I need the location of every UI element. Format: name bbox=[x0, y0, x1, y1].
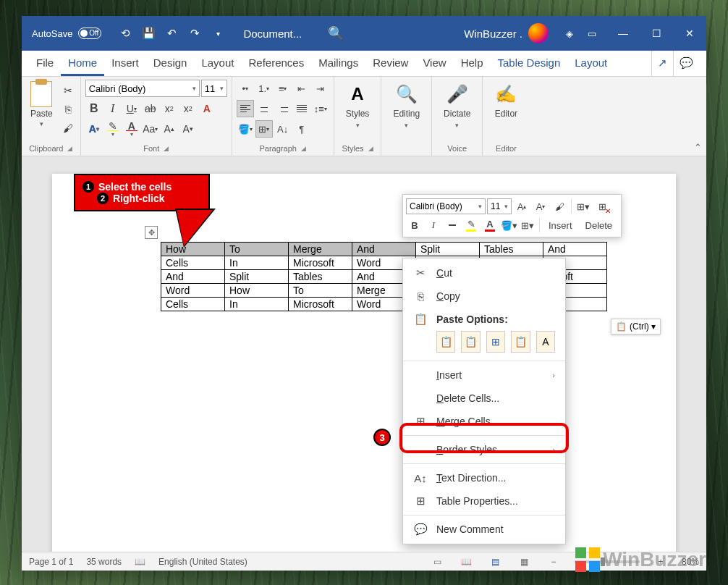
tab-file[interactable]: File bbox=[29, 51, 61, 76]
cut-icon[interactable]: ✂ bbox=[60, 83, 76, 98]
share-icon[interactable]: ↗ bbox=[651, 51, 673, 76]
font-color-button[interactable]: A▾ bbox=[123, 120, 140, 138]
comments-icon[interactable]: 💬 bbox=[673, 51, 699, 76]
mini-font-color-button[interactable]: A bbox=[481, 216, 499, 234]
tab-review[interactable]: Review bbox=[365, 51, 415, 76]
mini-size-select[interactable]: 11▾ bbox=[487, 198, 512, 214]
strikethrough-button[interactable]: ab bbox=[142, 100, 159, 117]
zoom-in-button[interactable]: + bbox=[653, 555, 669, 568]
print-layout-icon[interactable]: ▤ bbox=[488, 555, 504, 568]
paste-merge-icon[interactable]: 📋 bbox=[461, 331, 480, 353]
mini-delete-button[interactable]: Delete bbox=[580, 216, 619, 234]
mini-shrink-font-button[interactable]: A▾ bbox=[532, 198, 549, 215]
document-area[interactable]: 1Select the cells 2Right-click ✥ How To … bbox=[22, 156, 706, 552]
mini-font-select[interactable]: Calibri (Body)▾ bbox=[406, 198, 486, 214]
maximize-button[interactable]: ☐ bbox=[640, 16, 673, 51]
borders-button[interactable]: ⊞ ▾ bbox=[255, 120, 273, 138]
styles-launcher-icon[interactable]: ◢ bbox=[368, 145, 373, 152]
redo-icon[interactable]: ↷ bbox=[188, 27, 201, 40]
qat-more-icon[interactable]: ▾ bbox=[211, 27, 224, 40]
change-case-button[interactable]: Aa ▾ bbox=[142, 120, 159, 138]
bullets-button[interactable]: • ▾ bbox=[237, 80, 254, 97]
tab-view[interactable]: View bbox=[415, 51, 453, 76]
underline-button[interactable]: U ▾ bbox=[123, 100, 140, 117]
editing-button[interactable]: 🔍 Editing ▾ bbox=[386, 80, 427, 132]
spell-check-icon[interactable]: 📖 bbox=[135, 557, 145, 567]
user-account[interactable]: WinBuzzer . bbox=[457, 23, 556, 43]
mini-insert-button[interactable]: Insert bbox=[543, 216, 578, 234]
undo-icon[interactable]: ↶ bbox=[165, 27, 178, 40]
zoom-slider[interactable] bbox=[575, 560, 640, 563]
read-mode-icon[interactable]: 📖 bbox=[459, 555, 475, 568]
web-layout-icon[interactable]: ▦ bbox=[517, 555, 533, 568]
show-marks-button[interactable]: ¶ bbox=[293, 120, 310, 138]
styles-button[interactable]: A Styles ▾ bbox=[339, 80, 377, 132]
highlight-button[interactable]: ✎▾ bbox=[104, 120, 122, 138]
document-title[interactable]: Document... bbox=[232, 28, 313, 40]
menu-merge-cells[interactable]: ⊞Merge Cells bbox=[403, 410, 565, 433]
tab-layout[interactable]: Layout bbox=[194, 51, 241, 76]
menu-table-properties[interactable]: ⊞Table Properties... bbox=[403, 489, 565, 513]
decrease-indent-button[interactable]: ⇤ bbox=[293, 80, 310, 97]
save-icon[interactable]: 💾 bbox=[142, 27, 155, 40]
mini-highlight-button[interactable]: ✎ bbox=[462, 216, 480, 234]
menu-cut[interactable]: ✂Cut bbox=[403, 261, 565, 285]
paste-keep-source-icon[interactable]: 📋 bbox=[436, 331, 455, 353]
tab-table-layout[interactable]: Layout bbox=[567, 51, 614, 76]
mini-borders-button[interactable]: ⊞▾ bbox=[519, 216, 536, 234]
sync-icon[interactable]: ⟲ bbox=[119, 27, 132, 40]
page-indicator[interactable]: Page 1 of 1 bbox=[29, 557, 73, 567]
autosave-toggle[interactable]: AutoSave Off bbox=[22, 28, 111, 39]
shading-button[interactable]: 🪣 ▾ bbox=[237, 120, 254, 138]
font-name-select[interactable]: Calibri (Body)▾ bbox=[85, 80, 200, 97]
dictate-button[interactable]: 🎤 Dictate ▾ bbox=[436, 80, 478, 132]
editor-button[interactable]: ✍ Editor bbox=[487, 80, 525, 122]
mini-table-delete-icon[interactable]: ⊞✕ bbox=[593, 198, 611, 215]
align-center-button[interactable] bbox=[255, 100, 273, 117]
align-right-button[interactable] bbox=[274, 100, 292, 117]
paste-overwrite-icon[interactable]: 📋 bbox=[511, 331, 530, 353]
mini-italic-button[interactable]: I bbox=[425, 216, 442, 234]
table-move-handle-icon[interactable]: ✥ bbox=[145, 226, 158, 239]
minimize-button[interactable]: — bbox=[606, 16, 640, 51]
shrink-font-button[interactable]: A▾ bbox=[179, 120, 197, 138]
zoom-out-button[interactable]: − bbox=[546, 555, 562, 568]
bold-button[interactable]: B bbox=[85, 100, 103, 117]
menu-new-comment[interactable]: 💬New Comment bbox=[403, 518, 565, 541]
grow-font-button[interactable]: A▴ bbox=[161, 120, 178, 138]
tab-mailings[interactable]: Mailings bbox=[311, 51, 365, 76]
mini-table-insert-icon[interactable]: ⊞▾ bbox=[575, 198, 592, 215]
text-effects-button[interactable]: A bbox=[198, 100, 216, 117]
line-spacing-button[interactable]: ↕≡ ▾ bbox=[312, 100, 329, 117]
font-glow-button[interactable]: A ▾ bbox=[85, 120, 103, 138]
tab-help[interactable]: Help bbox=[454, 51, 491, 76]
numbering-button[interactable]: 1. ▾ bbox=[255, 80, 273, 97]
superscript-button[interactable]: x2 bbox=[179, 100, 197, 117]
mini-shading-button[interactable]: 🪣▾ bbox=[500, 216, 517, 234]
copy-icon[interactable]: ⎘ bbox=[60, 101, 76, 117]
menu-copy[interactable]: ⎘Copy bbox=[403, 285, 565, 308]
paste-nest-table-icon[interactable]: ⊞ bbox=[486, 331, 505, 353]
paste-button[interactable]: Paste ▾ bbox=[26, 80, 57, 136]
diamond-icon[interactable]: ◈ bbox=[566, 28, 573, 39]
word-count[interactable]: 35 words bbox=[86, 557, 122, 567]
menu-insert[interactable]: Insert› bbox=[403, 363, 565, 387]
sort-button[interactable]: A↓ bbox=[274, 120, 292, 138]
collapse-ribbon-icon[interactable]: ⌃ bbox=[694, 142, 702, 153]
mini-align-button[interactable] bbox=[444, 216, 461, 234]
mini-format-painter-icon[interactable]: 🖌 bbox=[551, 198, 568, 215]
display-mode-icon[interactable]: ▭ bbox=[588, 28, 596, 39]
format-painter-icon[interactable]: 🖌 bbox=[60, 120, 76, 136]
align-left-button[interactable] bbox=[237, 100, 254, 117]
font-launcher-icon[interactable]: ◢ bbox=[164, 145, 169, 152]
clipboard-launcher-icon[interactable]: ◢ bbox=[67, 145, 72, 152]
focus-mode-icon[interactable]: ▭ bbox=[430, 555, 446, 568]
tab-insert[interactable]: Insert bbox=[104, 51, 146, 76]
tab-design[interactable]: Design bbox=[146, 51, 195, 76]
font-size-select[interactable]: 11▾ bbox=[201, 80, 227, 97]
tab-home[interactable]: Home bbox=[61, 51, 104, 76]
tab-table-design[interactable]: Table Design bbox=[491, 51, 568, 76]
search-icon[interactable]: 🔍 bbox=[313, 25, 358, 41]
menu-delete-cells[interactable]: Delete Cells... bbox=[403, 387, 565, 410]
tab-references[interactable]: References bbox=[241, 51, 311, 76]
